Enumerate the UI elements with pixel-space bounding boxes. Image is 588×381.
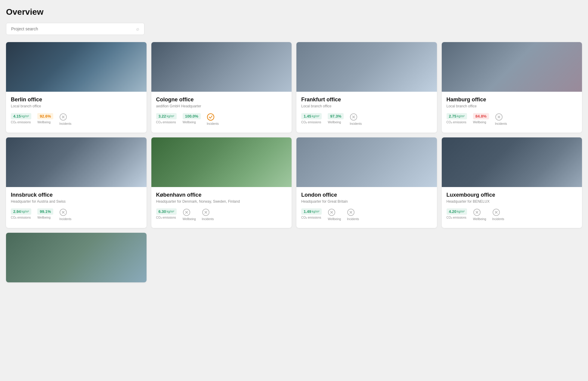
incidents-icon-innsbruck — [59, 208, 67, 216]
metric-wellbeing-kobenhavn: Wellbeing — [183, 208, 196, 221]
office-grid: Berlin office Local branch office 4.15kg… — [6, 42, 582, 228]
card-hamburg[interactable]: Hamburg office Local branch office 2.75k… — [442, 42, 582, 133]
svg-point-3 — [207, 114, 214, 120]
card-cologne[interactable]: Cologne office aedifion GmbH Headquarter… — [151, 42, 292, 133]
wellbeing-label-luxembourg: Wellbeing — [473, 217, 486, 221]
metric-wellbeing-frankfurt: 97.3% Wellbeing — [328, 113, 344, 125]
card-berlin[interactable]: Berlin office Local branch office 4.15kg… — [6, 42, 147, 133]
card-image-innsbruck — [6, 137, 147, 187]
card-title-innsbruck: Innsbruck office — [11, 192, 142, 198]
co2-badge-hamburg: 2.75kg/m² — [447, 113, 467, 119]
card-subtitle-london: Headquarter for Great Britain — [301, 199, 432, 204]
search-input[interactable] — [11, 26, 136, 31]
co2-label-luxembourg: CO₂ emissions — [447, 216, 466, 219]
card-subtitle-kobenhavn: Headquarter for Denmark, Norway, Sweden,… — [156, 199, 287, 204]
metric-incidents-hamburg: Incidents — [495, 113, 507, 125]
card-image-cologne — [151, 42, 292, 92]
card-title-london: London office — [301, 192, 432, 198]
metric-incidents-cologne: Incidents — [207, 113, 219, 125]
card-title-hamburg: Hamburg office — [447, 97, 577, 103]
incidents-icon-hamburg — [495, 113, 503, 121]
co2-label-cologne: CO₂ emissions — [156, 121, 176, 124]
card-title-berlin: Berlin office — [11, 97, 142, 103]
card-title-frankfurt: Frankfurt office — [301, 97, 432, 103]
card-kobenhavn[interactable]: København office Headquarter for Denmark… — [151, 137, 292, 228]
wellbeing-badge-berlin: 92.6% — [37, 113, 53, 119]
metric-co2-luxembourg: 4.20kg/m² CO₂ emissions — [447, 208, 467, 221]
incidents-icon-cologne — [207, 113, 215, 121]
bottom-row — [6, 233, 582, 282]
metric-co2-berlin: 4.15kg/m² CO₂ emissions — [11, 113, 31, 125]
wellbeing-badge-cologne: 100.0% — [183, 113, 201, 119]
search-icon: ⌕ — [136, 26, 139, 32]
card-london[interactable]: London office Headquarter for Great Brit… — [296, 137, 437, 228]
card-title-luxembourg: Luxembourg office — [447, 192, 577, 198]
metric-wellbeing-luxembourg: Wellbeing — [473, 208, 486, 221]
card-subtitle-hamburg: Local branch office — [447, 104, 577, 108]
wellbeing-badge-innsbruck: 99.1% — [37, 208, 53, 215]
metric-wellbeing-berlin: 92.6% Wellbeing — [37, 113, 53, 125]
metric-wellbeing-innsbruck: 99.1% Wellbeing — [37, 208, 53, 221]
card-subtitle-innsbruck: Headquarter for Austria and Swiss — [11, 199, 142, 204]
incidents-icon-berlin — [59, 113, 67, 121]
card-subtitle-cologne: aedifion GmbH Headquarter — [156, 104, 287, 108]
wellbeing-label-berlin: Wellbeing — [37, 121, 51, 124]
wellbeing-label-london: Wellbeing — [328, 217, 341, 221]
incidents-icon-luxembourg — [492, 208, 500, 216]
co2-badge-london: 1.49kg/m² — [301, 208, 322, 215]
wellbeing-label-kobenhavn: Wellbeing — [183, 217, 196, 221]
card-image-partial — [6, 233, 147, 282]
wellbeing-label-cologne: Wellbeing — [183, 121, 196, 124]
incidents-label-luxembourg: Incidents — [492, 217, 504, 221]
wellbeing-badge-frankfurt: 97.3% — [328, 113, 344, 119]
card-image-berlin — [6, 42, 147, 92]
incidents-label-frankfurt: Incidents — [350, 122, 362, 125]
card-image-london — [296, 137, 437, 187]
co2-badge-kobenhavn: 6.30kg/m² — [156, 208, 177, 215]
co2-badge-berlin: 4.15kg/m² — [11, 113, 31, 119]
metric-incidents-luxembourg: Incidents — [492, 208, 504, 221]
incidents-icon-frankfurt — [350, 113, 357, 121]
metric-incidents-frankfurt: Incidents — [350, 113, 362, 125]
card-subtitle-luxembourg: Headquarter for BENELUX — [447, 199, 577, 204]
wellbeing-badge-hamburg: 84.8% — [473, 113, 489, 119]
search-bar: ⌕ — [6, 23, 144, 35]
metric-co2-kobenhavn: 6.30kg/m² CO₂ emissions — [156, 208, 177, 221]
incidents-label-innsbruck: Incidents — [59, 217, 71, 221]
co2-badge-frankfurt: 1.45kg/m² — [301, 113, 322, 119]
incidents-icon-kobenhavn — [202, 208, 210, 216]
co2-label-berlin: CO₂ emissions — [11, 121, 31, 124]
card-title-kobenhavn: København office — [156, 192, 287, 198]
metric-co2-innsbruck: 2.94kg/m² CO₂ emissions — [11, 208, 31, 221]
metric-co2-frankfurt: 1.45kg/m² CO₂ emissions — [301, 113, 322, 125]
card-luxembourg[interactable]: Luxembourg office Headquarter for BENELU… — [442, 137, 582, 228]
co2-label-kobenhavn: CO₂ emissions — [156, 216, 176, 219]
metric-wellbeing-cologne: 100.0% Wellbeing — [183, 113, 201, 125]
co2-label-hamburg: CO₂ emissions — [447, 121, 466, 124]
metric-incidents-innsbruck: Incidents — [59, 208, 71, 221]
card-image-kobenhavn — [151, 137, 292, 187]
metric-co2-london: 1.49kg/m² CO₂ emissions — [301, 208, 322, 221]
card-image-hamburg — [442, 42, 582, 92]
metric-incidents-berlin: Incidents — [59, 113, 71, 125]
wellbeing-label-innsbruck: Wellbeing — [37, 216, 51, 219]
card-innsbruck[interactable]: Innsbruck office Headquarter for Austria… — [6, 137, 147, 228]
incidents-label-london: Incidents — [347, 217, 359, 221]
incidents-icon-london — [347, 208, 355, 216]
co2-label-frankfurt: CO₂ emissions — [301, 121, 321, 124]
co2-label-innsbruck: CO₂ emissions — [11, 216, 31, 219]
card-image-frankfurt — [296, 42, 437, 92]
metric-wellbeing-hamburg: 84.8% Wellbeing — [473, 113, 489, 125]
card-subtitle-frankfurt: Local branch office — [301, 104, 432, 108]
incidents-label-berlin: Incidents — [59, 122, 71, 125]
page-title: Overview — [6, 7, 582, 17]
wellbeing-label-hamburg: Wellbeing — [473, 121, 486, 124]
metric-incidents-kobenhavn: Incidents — [202, 208, 214, 221]
card-frankfurt[interactable]: Frankfurt office Local branch office 1.4… — [296, 42, 437, 133]
incidents-label-hamburg: Incidents — [495, 122, 507, 125]
card-partial[interactable] — [6, 233, 147, 282]
metric-incidents-london: Incidents — [347, 208, 359, 221]
card-subtitle-berlin: Local branch office — [11, 104, 142, 108]
metric-co2-hamburg: 2.75kg/m² CO₂ emissions — [447, 113, 467, 125]
metric-wellbeing-london: Wellbeing — [328, 208, 341, 221]
